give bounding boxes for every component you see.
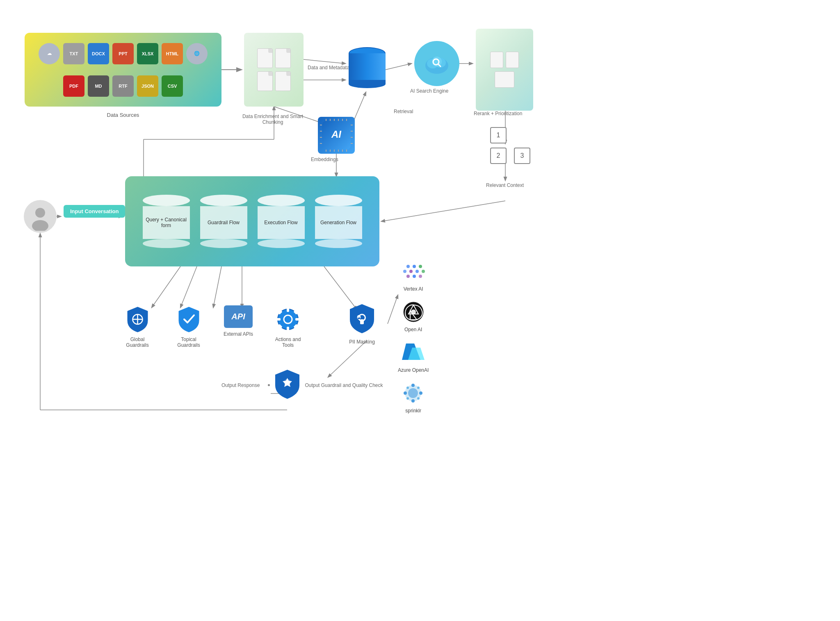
vertex-ai-icon (398, 262, 429, 284)
actions-tools-item: Actions and Tools (272, 305, 304, 348)
rank-3: 3 (514, 148, 530, 164)
doc-icon-4 (275, 71, 291, 91)
actions-tools-label: Actions and Tools (272, 337, 304, 348)
output-guardrail-row: Output Guardrail and Quality Check (268, 369, 383, 401)
openai-label: Open AI (404, 327, 422, 332)
svg-point-93 (411, 384, 415, 387)
json-icon: JSON (137, 75, 158, 97)
azure-icon (398, 341, 429, 366)
query-cyl-bottom (143, 239, 190, 248)
user-avatar (24, 200, 57, 233)
data-enrichment-label: Data Enrichment and Smart Chunking (240, 114, 306, 125)
svg-line-1 (304, 59, 345, 64)
svg-point-98 (417, 387, 420, 389)
svg-point-92 (408, 388, 418, 398)
diagram-container: ☁ TXT DOCX PPT XLSX HTML 🌐 PDF MD RTF JS… (0, 0, 840, 621)
globe-icon: 🌐 (186, 43, 208, 64)
topical-guardrails-label: Topical Guardrails (172, 337, 205, 348)
docx-icon: DOCX (88, 43, 109, 64)
vertex-ai-item: Vertex AI (398, 262, 429, 292)
svg-point-94 (411, 399, 415, 403)
svg-point-99 (406, 397, 409, 400)
embeddings-label: Embeddings (311, 157, 338, 162)
svg-point-77 (406, 265, 410, 268)
generation-cylinder: Generation Flow (315, 195, 362, 248)
global-guardrails-icon (125, 305, 150, 333)
doc-icon-2 (257, 71, 273, 91)
svg-point-95 (404, 391, 407, 395)
rank-1: 1 (490, 127, 507, 143)
guardrail-cyl-bottom (200, 239, 247, 248)
svg-point-83 (422, 270, 425, 273)
azure-item: Azure OpenAI (398, 341, 429, 373)
svg-rect-63 (287, 327, 289, 331)
svg-line-3 (386, 64, 411, 70)
sprinklr-label: sprinklr (405, 408, 421, 414)
guardrail-cyl-body: Guardrail Flow (200, 206, 247, 239)
guardrail-cylinder: Guardrail Flow (200, 195, 247, 248)
svg-point-81 (409, 270, 413, 273)
rerank-label: Rerank + Prioritization (474, 111, 522, 116)
svg-line-18 (388, 295, 398, 324)
relevant-context-label: Relevant Context (486, 182, 524, 188)
output-response-label: Output Response (221, 382, 260, 388)
guardrails-section: Global Guardrails Topical Guardrails API… (121, 305, 304, 348)
svg-line-14 (213, 266, 221, 307)
pii-masking-label: PII Masking (349, 339, 375, 345)
rerank-doc-1 (490, 52, 503, 68)
ai-chip: AI (318, 117, 355, 154)
doc-icon-1 (257, 48, 273, 68)
sprinklr-item: sprinklr (398, 382, 429, 414)
svg-line-12 (152, 266, 180, 307)
output-guardrail-icon (274, 369, 301, 401)
txt-icon: TXT (63, 43, 84, 64)
topical-guardrails-item: Topical Guardrails (172, 305, 205, 348)
query-cyl-body: Query + Canonical form (143, 206, 190, 239)
rerank-doc-2 (506, 52, 519, 68)
data-sources-label: Data Sources (25, 112, 221, 118)
svg-line-13 (180, 266, 197, 307)
openai-item: Open AI (398, 301, 429, 332)
data-metadata-label: Data and Metadata (308, 65, 349, 71)
execution-cylinder: Execution Flow (258, 195, 305, 248)
svg-point-82 (415, 270, 419, 273)
execution-cyl-body: Execution Flow (258, 206, 305, 239)
output-guardrail-label: Output Guardrail and Quality Check (305, 382, 383, 388)
svg-rect-64 (276, 318, 281, 321)
svg-point-100 (417, 397, 420, 400)
query-cyl-top (143, 195, 190, 206)
global-guardrails-item: Global Guardrails (121, 305, 154, 348)
data-sources-box: ☁ TXT DOCX PPT XLSX HTML 🌐 PDF MD RTF JS… (25, 33, 221, 107)
database-cylinder (349, 47, 386, 92)
svg-rect-71 (360, 319, 364, 324)
svg-point-85 (413, 275, 416, 278)
execution-cyl-top (258, 195, 305, 206)
ai-search-cloud (414, 41, 459, 86)
svg-point-86 (419, 275, 422, 278)
svg-rect-62 (287, 308, 289, 312)
svg-point-55 (35, 208, 45, 218)
external-apis-icon: API (224, 305, 253, 328)
svg-rect-73 (358, 318, 360, 319)
html-icon: HTML (162, 43, 183, 64)
svg-point-80 (403, 270, 406, 273)
svg-rect-65 (295, 318, 299, 321)
svg-point-97 (406, 387, 409, 389)
external-apis-label: External APIs (224, 331, 253, 337)
generation-cyl-top (315, 195, 362, 206)
pii-masking-section: PII Masking (349, 303, 375, 345)
ai-search-label: AI Search Engine (410, 88, 448, 94)
pii-masking-icon (349, 303, 375, 336)
output-section: Output Response Output Guardrail and Qua… (221, 369, 383, 401)
ai-providers-section: Vertex AI Open AI (398, 262, 429, 414)
rtf-icon: RTF (112, 75, 134, 97)
input-conversation: Input Conversation (64, 205, 125, 218)
xlsx-icon: XLSX (137, 43, 158, 64)
svg-line-9 (381, 201, 505, 221)
generation-cyl-body: Generation Flow (315, 206, 362, 239)
rank-nums-2: 2 3 (490, 148, 530, 164)
generation-cyl-bottom (315, 239, 362, 248)
csv-icon: CSV (162, 75, 183, 97)
db-bottom (349, 80, 386, 88)
rank-2: 2 (490, 148, 507, 164)
